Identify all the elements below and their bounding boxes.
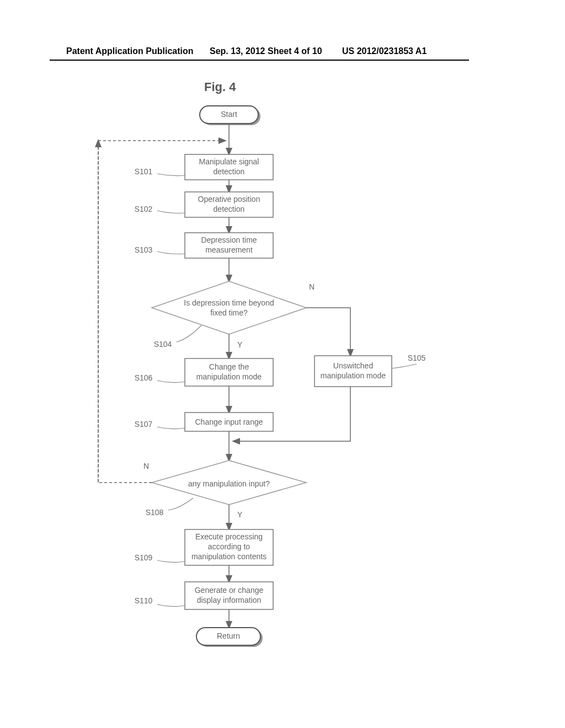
s104-label: S104 bbox=[154, 340, 172, 349]
s101-label: S101 bbox=[135, 167, 153, 176]
s103-text1: Depression time bbox=[201, 235, 257, 244]
feedback-out bbox=[98, 141, 152, 483]
s110-label: S110 bbox=[135, 596, 153, 605]
s105-text1: Unswitched bbox=[333, 361, 373, 370]
s104-leader bbox=[177, 325, 201, 342]
s110-leader bbox=[157, 604, 185, 607]
figure-title: Fig. 4 bbox=[204, 80, 236, 94]
header-right: US 2012/0231853 A1 bbox=[342, 46, 427, 56]
s108-text: any manipulation input? bbox=[188, 479, 270, 488]
header-center: Sep. 13, 2012 Sheet 4 of 10 bbox=[210, 46, 322, 56]
s109-label: S109 bbox=[135, 553, 153, 562]
s106-text2: manipulation mode bbox=[196, 372, 262, 381]
arrow-s104-s105 bbox=[306, 308, 350, 356]
s107-label: S107 bbox=[135, 420, 153, 429]
s102-label: S102 bbox=[135, 205, 153, 213]
s110-text1: Generate or change bbox=[195, 586, 264, 595]
s104-y: Y bbox=[237, 340, 243, 349]
s106-label: S106 bbox=[135, 373, 153, 382]
header-divider bbox=[50, 60, 469, 61]
start-label: Start bbox=[221, 110, 237, 119]
s105-label: S105 bbox=[408, 354, 426, 362]
s105-text2: manipulation mode bbox=[321, 371, 386, 380]
flowchart: Start Manipulate signal detection S101 O… bbox=[77, 105, 436, 689]
s102-leader bbox=[157, 211, 185, 213]
s104-text2: fixed time? bbox=[210, 308, 248, 317]
s108-label: S108 bbox=[146, 508, 164, 517]
s108-n: N bbox=[143, 462, 149, 470]
return-label: Return bbox=[217, 631, 240, 640]
s109-text3: manipulation contents bbox=[191, 552, 266, 561]
s106-leader bbox=[157, 381, 185, 383]
s103-text2: measurement bbox=[205, 245, 253, 254]
s102-text1: Operative position bbox=[198, 195, 260, 204]
s101-text1: Manipulate signal bbox=[199, 157, 259, 166]
s107-text: Change input range bbox=[195, 417, 263, 426]
s102-text2: detection bbox=[214, 205, 245, 213]
s107-leader bbox=[157, 427, 185, 429]
s103-label: S103 bbox=[135, 245, 153, 254]
s103-leader bbox=[157, 251, 185, 254]
s110-text2: display information bbox=[197, 596, 262, 604]
s104-text1: Is depression time beyond bbox=[184, 298, 274, 307]
s104-n: N bbox=[309, 282, 315, 291]
s101-leader bbox=[157, 174, 185, 176]
s101-text2: detection bbox=[214, 167, 245, 176]
s108-leader bbox=[168, 498, 193, 510]
s109-text2: according to bbox=[208, 542, 250, 551]
s108-y: Y bbox=[237, 510, 243, 519]
s105-leader bbox=[392, 364, 417, 368]
s109-text1: Execute processing bbox=[195, 532, 263, 541]
s109-leader bbox=[157, 560, 185, 563]
header-left: Patent Application Publication bbox=[66, 46, 194, 56]
s106-text1: Change the bbox=[209, 362, 249, 371]
